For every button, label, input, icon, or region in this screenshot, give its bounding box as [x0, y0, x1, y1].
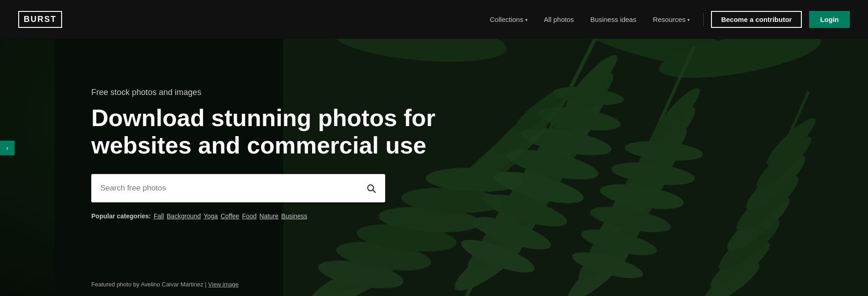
- category-coffee[interactable]: Coffee: [220, 212, 239, 220]
- logo-box: BURST: [18, 11, 62, 28]
- login-button[interactable]: Login: [809, 11, 850, 28]
- chevron-right-icon: ›: [6, 144, 9, 152]
- search-button[interactable]: [357, 183, 385, 193]
- category-nature[interactable]: Nature: [259, 212, 278, 220]
- nav-business-ideas[interactable]: Business ideas: [584, 12, 643, 27]
- chevron-down-icon-resources: ▾: [687, 17, 690, 22]
- nav-divider: [703, 13, 704, 26]
- category-background[interactable]: Background: [167, 212, 201, 220]
- hero-content: Free stock photos and images Download st…: [0, 39, 868, 296]
- main-nav: Collections ▾ All photos Business ideas …: [483, 11, 850, 28]
- header: BURST Collections ▾ All photos Business …: [0, 0, 868, 39]
- accessibility-button[interactable]: ›: [0, 141, 15, 155]
- svg-line-65: [373, 190, 375, 192]
- search-input[interactable]: [91, 184, 357, 193]
- popular-label: Popular categories:: [91, 212, 151, 220]
- view-image-link[interactable]: View image: [208, 281, 239, 288]
- logo-text: BURST: [24, 15, 57, 24]
- logo-area[interactable]: BURST: [18, 11, 62, 28]
- hero-subtitle: Free stock photos and images: [91, 88, 868, 97]
- popular-categories: Popular categories: Fall Background Yoga…: [91, 212, 385, 220]
- category-yoga[interactable]: Yoga: [204, 212, 218, 220]
- category-business[interactable]: Business: [281, 212, 307, 220]
- category-food[interactable]: Food: [242, 212, 256, 220]
- chevron-down-icon: ▾: [525, 17, 528, 22]
- nav-resources[interactable]: Resources ▾: [646, 12, 696, 27]
- search-bar: [91, 174, 385, 202]
- nav-all-photos[interactable]: All photos: [538, 12, 580, 27]
- become-contributor-button[interactable]: Become a contributor: [711, 11, 802, 28]
- featured-credit: Featured photo by Avelino Calvar Martine…: [91, 281, 239, 288]
- search-icon: [366, 183, 376, 193]
- category-fall[interactable]: Fall: [154, 212, 164, 220]
- hero-title: Download stunning photos for websites an…: [91, 105, 484, 159]
- nav-collections[interactable]: Collections ▾: [483, 12, 533, 27]
